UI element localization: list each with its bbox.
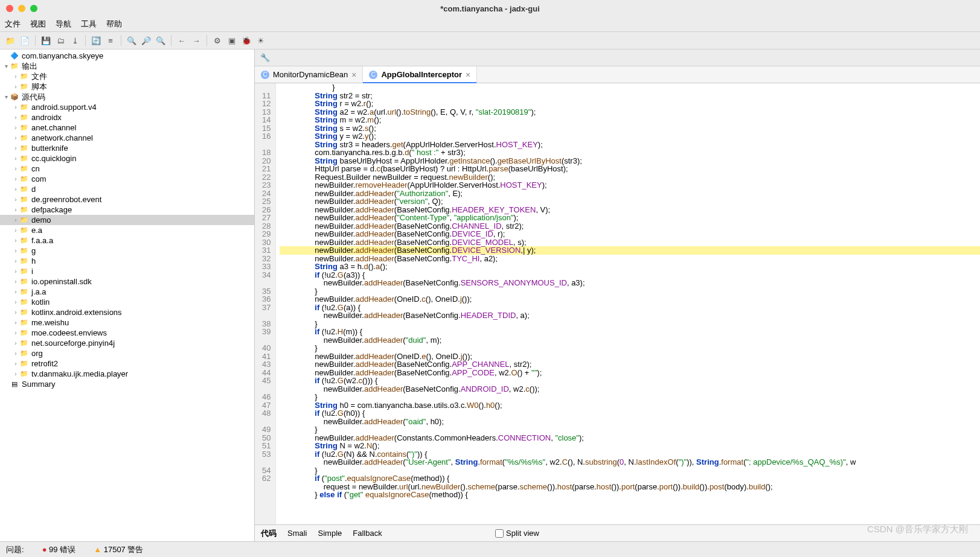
- save-icon[interactable]: 💾: [39, 34, 53, 47]
- code-line[interactable]: }: [280, 83, 980, 92]
- bottom-tab[interactable]: 代码: [261, 528, 277, 539]
- tree-arrow-icon[interactable]: ›: [12, 299, 19, 305]
- code-line[interactable]: newBuilder.addHeader(BaseNetConfig.TYC_H…: [280, 255, 980, 263]
- code-line[interactable]: newBuilder.addHeader("version", Q);: [280, 197, 980, 206]
- tree-arrow-icon[interactable]: ›: [12, 155, 19, 162]
- code-line[interactable]: newBuilder.addHeader(BaseNetConfig.APP_C…: [280, 360, 980, 369]
- code-line[interactable]: newBuilder.addHeader(BaseNetConfig.CHANN…: [280, 222, 980, 231]
- tree-arrow-icon[interactable]: ›: [12, 237, 19, 244]
- code-line[interactable]: newBuilder.addHeader(BaseNetConfig.DEVIC…: [280, 238, 980, 247]
- code-line[interactable]: newBuilder.addHeader(BaseNetConfig.APP_C…: [280, 369, 980, 377]
- code-line[interactable]: if (!u2.G(N) && N.contains(")")) {: [280, 450, 980, 459]
- code-line[interactable]: if (!u2.G(h0)) {: [280, 409, 980, 418]
- tree-arrow-icon[interactable]: ›: [12, 104, 19, 110]
- code-line[interactable]: com.tianyancha.res.b.g.b.d(" host :" + s…: [280, 148, 980, 157]
- code-line[interactable]: newBuilder.addHeader(OneID.e(), OneID.j(…: [280, 352, 980, 361]
- code-line[interactable]: }: [280, 425, 980, 434]
- code-line[interactable]: HttpUrl parse = d.c(baseUrlByHost) ? url…: [280, 165, 980, 173]
- find-class-icon[interactable]: 🔍: [154, 34, 167, 47]
- tree-arrow-icon[interactable]: ›: [12, 83, 19, 90]
- tree-arrow-icon[interactable]: ›: [12, 114, 19, 121]
- tree-arrow-icon[interactable]: ›: [12, 258, 19, 264]
- tree-node[interactable]: ›📁de.greenrobot.event: [0, 194, 254, 205]
- tree-arrow-icon[interactable]: ›: [12, 247, 19, 254]
- tree-node[interactable]: ›📁retrofit2: [0, 358, 254, 369]
- tree-node[interactable]: ›📁io.openinstall.sdk: [0, 276, 254, 287]
- tree-node[interactable]: ›📁脚本: [0, 81, 254, 92]
- tree-node[interactable]: ›📁android.support.v4: [0, 102, 254, 112]
- tree-arrow-icon[interactable]: ›: [12, 196, 19, 203]
- tree-node[interactable]: ›📁net.sourceforge.pinyin4j: [0, 338, 254, 348]
- tree-node[interactable]: ›📁h: [0, 256, 254, 266]
- code-line[interactable]: String a2 = w2.a(url.url().toString(), E…: [280, 108, 980, 116]
- close-icon[interactable]: ×: [466, 70, 470, 80]
- tree-arrow-icon[interactable]: ›: [12, 278, 19, 285]
- code-line[interactable]: newBuilder.addHeader("Content-Type", "ap…: [280, 214, 980, 222]
- tree-node[interactable]: ›📁butterknife: [0, 143, 254, 153]
- tree-arrow-icon[interactable]: ›: [12, 124, 19, 131]
- tree-arrow-icon[interactable]: ›: [12, 135, 19, 141]
- tree-node[interactable]: ›📁anet.channel: [0, 123, 254, 133]
- tree-node[interactable]: ›📁kotlin: [0, 297, 254, 307]
- code-line[interactable]: newBuilder.addHeader(BaseNetConfig.SENSO…: [280, 279, 980, 287]
- minimize-window-button[interactable]: [18, 5, 25, 12]
- close-window-button[interactable]: [6, 5, 13, 12]
- code-line[interactable]: newBuilder.addHeader(OneID.c(), OneID.j(…: [280, 295, 980, 304]
- tree-arrow-icon[interactable]: ›: [12, 340, 19, 346]
- tree-arrow-icon[interactable]: ›: [12, 360, 19, 367]
- forward-icon[interactable]: →: [190, 34, 203, 47]
- tree-arrow-icon[interactable]: ›: [12, 319, 19, 326]
- code-line[interactable]: newBuilder.addHeader("oaid", h0);: [280, 418, 980, 426]
- code-line[interactable]: String baseUrlByHost = AppUrlHolder.getI…: [280, 157, 980, 165]
- code-line[interactable]: newBuilder.addHeader("User-Agent", Strin…: [280, 458, 980, 466]
- flatten-icon[interactable]: ≡: [104, 34, 117, 47]
- tree-arrow-icon[interactable]: ›: [12, 350, 19, 357]
- code-line[interactable]: String h0 = com.tianyancha.base.utils.o3…: [280, 401, 980, 410]
- code-line[interactable]: request = newBuilder.url(url.newBuilder(…: [280, 483, 980, 491]
- menu-item[interactable]: 文件: [5, 19, 21, 30]
- code-line[interactable]: String s = w2.s();: [280, 124, 980, 133]
- code-content[interactable]: } String str2 = str; String r = w2.r(); …: [276, 83, 980, 524]
- bottom-tab[interactable]: Fallback: [353, 529, 382, 538]
- code-line[interactable]: }: [280, 287, 980, 296]
- split-view-checkbox[interactable]: [495, 529, 504, 538]
- menu-item[interactable]: 视图: [30, 19, 46, 30]
- tree-arrow-icon[interactable]: ›: [12, 227, 19, 234]
- tree-node[interactable]: 🔷com.tianyancha.skyeye: [0, 51, 254, 61]
- wrench-icon[interactable]: 🔧: [258, 51, 272, 65]
- menu-item[interactable]: 工具: [81, 19, 97, 30]
- project-tree[interactable]: 🔷com.tianyancha.skyeye▾📁输出›📁文件›📁脚本▾📦源代码›…: [0, 49, 255, 541]
- tree-node[interactable]: ›📁org: [0, 348, 254, 358]
- tree-node[interactable]: ›📁defpackage: [0, 205, 254, 215]
- code-line[interactable]: String str2 = str;: [280, 92, 980, 100]
- tree-node[interactable]: ›📁anetwork.channel: [0, 133, 254, 143]
- editor-tab[interactable]: CAppGlobalInterceptor×: [363, 66, 477, 83]
- menu-item[interactable]: 帮助: [106, 19, 122, 30]
- menu-item[interactable]: 导航: [56, 19, 71, 30]
- code-line[interactable]: newBuilder.addHeader(BaseNetConfig.DEVIC…: [280, 230, 980, 238]
- code-line[interactable]: String a3 = h.d().a();: [280, 263, 980, 271]
- tree-arrow-icon[interactable]: ›: [12, 288, 19, 295]
- tree-node[interactable]: ▾📦源代码: [0, 92, 254, 102]
- export-icon[interactable]: ⤓: [68, 34, 82, 47]
- code-line[interactable]: String str3 = headers.get(AppUrlHolder.S…: [280, 141, 980, 149]
- settings-icon[interactable]: 🐞: [240, 34, 253, 47]
- bottom-tab[interactable]: Smali: [287, 529, 307, 538]
- code-line[interactable]: } else if ("get" equalsIgnoreCase(method…: [280, 491, 980, 499]
- tree-node[interactable]: ›📁kotlinx.android.extensions: [0, 307, 254, 317]
- code-line[interactable]: String r = w2.r();: [280, 100, 980, 108]
- add-file-icon[interactable]: 📄: [18, 34, 31, 47]
- editor-tab[interactable]: CMonitorDynamicBean×: [255, 66, 363, 83]
- tree-node[interactable]: ›📁f.a.a.a: [0, 235, 254, 246]
- code-line[interactable]: newBuilder.addHeader(Constants.CommonHea…: [280, 434, 980, 442]
- code-line[interactable]: if (!u2.G(a3)) {: [280, 271, 980, 279]
- open-folder-icon[interactable]: 📁: [4, 34, 17, 47]
- code-line[interactable]: if (!u2.H(m)) {: [280, 328, 980, 336]
- find-usage-icon[interactable]: 🔎: [139, 34, 153, 47]
- back-icon[interactable]: ←: [175, 34, 188, 47]
- bottom-tab[interactable]: Simple: [318, 529, 342, 538]
- quark-icon[interactable]: ▣: [225, 34, 239, 47]
- tree-node[interactable]: ›📁文件: [0, 71, 254, 81]
- tree-arrow-icon[interactable]: ›: [12, 309, 19, 316]
- code-line[interactable]: if (!u2.G(w2.c())) {: [280, 377, 980, 385]
